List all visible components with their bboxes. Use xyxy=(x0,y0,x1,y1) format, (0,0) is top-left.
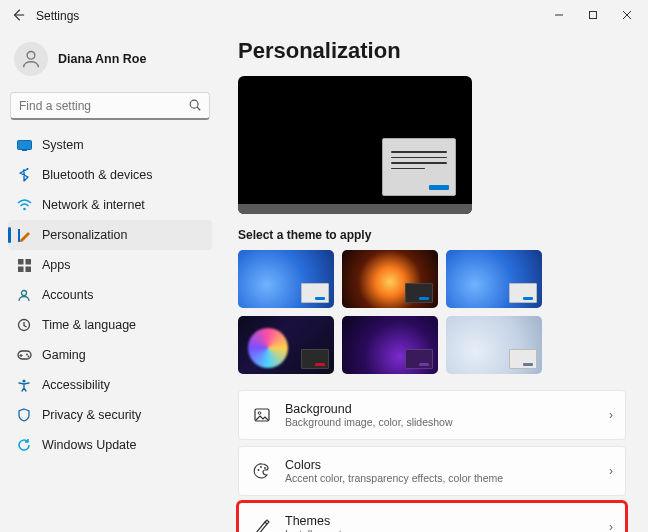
preview-taskbar xyxy=(238,204,472,214)
card-colors[interactable]: ColorsAccent color, transparency effects… xyxy=(238,446,626,496)
maximize-button[interactable] xyxy=(576,9,610,23)
theme-option[interactable] xyxy=(446,250,542,308)
privacy-icon xyxy=(16,407,32,423)
sidebar-item-time-language[interactable]: Time & language xyxy=(8,310,212,340)
apps-icon xyxy=(16,257,32,273)
svg-point-23 xyxy=(264,467,266,469)
svg-rect-12 xyxy=(25,266,31,272)
sidebar-item-label: Gaming xyxy=(42,348,86,362)
card-title: Themes xyxy=(285,514,597,528)
sidebar-item-apps[interactable]: Apps xyxy=(8,250,212,280)
sidebar-item-privacy-security[interactable]: Privacy & security xyxy=(8,400,212,430)
svg-point-7 xyxy=(23,208,26,211)
bluetooth-icon xyxy=(16,167,32,183)
svg-rect-1 xyxy=(590,12,597,19)
sidebar-item-label: Personalization xyxy=(42,228,127,242)
time-icon xyxy=(16,317,32,333)
svg-point-2 xyxy=(27,51,35,59)
svg-point-21 xyxy=(258,469,260,471)
system-icon xyxy=(16,137,32,153)
chevron-right-icon: › xyxy=(609,464,613,478)
page-title: Personalization xyxy=(238,38,626,64)
theme-option[interactable] xyxy=(342,316,438,374)
sidebar-item-bluetooth-devices[interactable]: Bluetooth & devices xyxy=(8,160,212,190)
sidebar-item-label: Network & internet xyxy=(42,198,145,212)
sidebar-item-accounts[interactable]: Accounts xyxy=(8,280,212,310)
accessibility-icon xyxy=(16,377,32,393)
svg-point-20 xyxy=(258,412,261,415)
close-button[interactable] xyxy=(610,9,644,23)
card-subtitle: Accent color, transparency effects, colo… xyxy=(285,472,597,484)
sidebar-item-system[interactable]: System xyxy=(8,130,212,160)
sidebar-item-accessibility[interactable]: Accessibility xyxy=(8,370,212,400)
sidebar-item-label: Windows Update xyxy=(42,438,137,452)
svg-rect-10 xyxy=(25,259,31,265)
chevron-right-icon: › xyxy=(609,520,613,532)
wifi-icon xyxy=(16,197,32,213)
theme-option[interactable] xyxy=(342,250,438,308)
sidebar-item-label: Accounts xyxy=(42,288,93,302)
search-input[interactable] xyxy=(10,92,210,120)
sidebar-item-label: Privacy & security xyxy=(42,408,141,422)
avatar xyxy=(14,42,48,76)
svg-rect-11 xyxy=(18,266,24,272)
svg-point-13 xyxy=(22,291,27,296)
svg-point-16 xyxy=(26,353,28,355)
card-subtitle: Install, create, manage xyxy=(285,528,597,532)
card-title: Colors xyxy=(285,458,597,472)
theme-option[interactable] xyxy=(238,316,334,374)
sidebar-item-label: Time & language xyxy=(42,318,136,332)
card-subtitle: Background image, color, slideshow xyxy=(285,416,597,428)
svg-rect-9 xyxy=(18,259,24,265)
background-icon xyxy=(251,406,273,424)
chevron-right-icon: › xyxy=(609,408,613,422)
desktop-preview xyxy=(238,76,472,214)
sidebar-item-label: Accessibility xyxy=(42,378,110,392)
theme-option[interactable] xyxy=(238,250,334,308)
sidebar-item-label: Bluetooth & devices xyxy=(42,168,153,182)
window-title: Settings xyxy=(36,9,79,23)
titlebar: Settings xyxy=(0,0,648,32)
sidebar-item-label: System xyxy=(42,138,84,152)
svg-rect-6 xyxy=(22,149,27,151)
themes-icon xyxy=(251,518,273,532)
sidebar-item-personalization[interactable]: Personalization xyxy=(8,220,212,250)
search-icon xyxy=(188,98,202,115)
svg-point-18 xyxy=(22,379,25,382)
sidebar: Diana Ann Roe SystemBluetooth & devicesN… xyxy=(0,32,220,532)
svg-point-22 xyxy=(260,466,262,468)
accounts-icon xyxy=(16,287,32,303)
card-themes[interactable]: ThemesInstall, create, manage› xyxy=(238,502,626,532)
back-button[interactable] xyxy=(4,8,32,25)
svg-rect-8 xyxy=(18,229,20,242)
sidebar-item-windows-update[interactable]: Windows Update xyxy=(8,430,212,460)
sidebar-item-network-internet[interactable]: Network & internet xyxy=(8,190,212,220)
personalization-icon xyxy=(16,227,32,243)
theme-grid xyxy=(238,250,626,374)
user-profile[interactable]: Diana Ann Roe xyxy=(8,36,212,90)
svg-point-17 xyxy=(27,355,29,357)
colors-icon xyxy=(251,462,273,480)
svg-line-4 xyxy=(197,107,200,110)
gaming-icon xyxy=(16,347,32,363)
card-background[interactable]: BackgroundBackground image, color, slide… xyxy=(238,390,626,440)
svg-point-3 xyxy=(190,100,198,108)
svg-rect-5 xyxy=(17,140,31,149)
update-icon xyxy=(16,437,32,453)
card-title: Background xyxy=(285,402,597,416)
sidebar-item-gaming[interactable]: Gaming xyxy=(8,340,212,370)
search-box[interactable] xyxy=(10,92,210,120)
select-theme-label: Select a theme to apply xyxy=(238,228,626,242)
theme-option[interactable] xyxy=(446,316,542,374)
preview-window xyxy=(382,138,456,196)
minimize-button[interactable] xyxy=(542,9,576,23)
sidebar-item-label: Apps xyxy=(42,258,71,272)
user-name: Diana Ann Roe xyxy=(58,52,146,66)
main-content: Personalization Select a theme to apply … xyxy=(220,32,648,532)
